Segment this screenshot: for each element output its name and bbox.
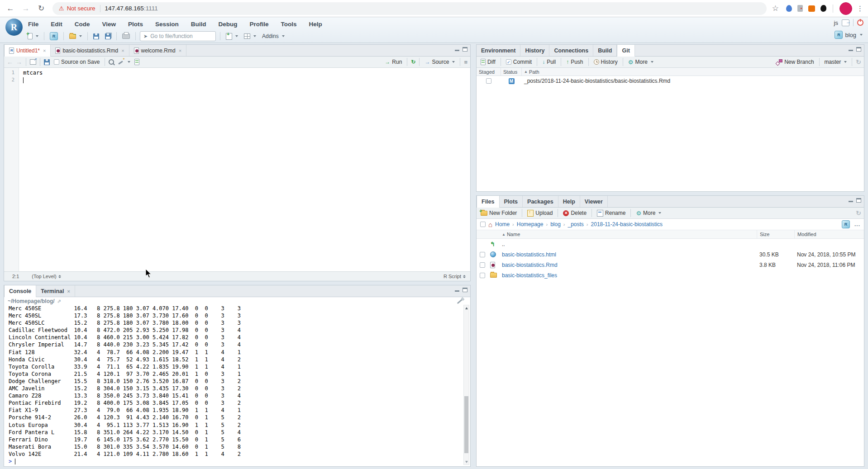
profile-avatar[interactable] [839, 2, 852, 15]
save-all-button[interactable] [104, 33, 112, 39]
breadcrumb-post-folder[interactable]: 2018-11-24-basic-biostatistics [591, 221, 663, 227]
tab-untitled1[interactable]: Untitled1* × [4, 45, 51, 57]
close-icon[interactable]: × [43, 48, 46, 53]
forward-icon[interactable]: → [20, 3, 32, 14]
pull-button[interactable]: ↓Pull [541, 59, 557, 65]
minimize-pane-icon[interactable] [849, 198, 854, 203]
column-name[interactable]: ▲ Name [502, 232, 757, 237]
tab-connections[interactable]: Connections [549, 45, 593, 56]
open-new-window-icon[interactable] [30, 59, 36, 65]
bookmark-star-icon[interactable]: ☆ [772, 4, 779, 13]
column-staged[interactable]: Staged [477, 68, 501, 76]
project-menu-button[interactable]: R blog [835, 31, 863, 39]
file-name-link[interactable]: basic-biostatistics_files [502, 272, 557, 279]
extension-icon[interactable] [808, 5, 815, 12]
file-checkbox[interactable] [480, 252, 485, 257]
maximize-pane-icon[interactable] [856, 198, 861, 203]
workspace-panes-button[interactable] [243, 33, 258, 39]
rerun-icon[interactable]: ↻ [411, 59, 415, 65]
tab-basic-biostatistics[interactable]: basic-biostatistics.Rmd × [51, 45, 129, 56]
column-path[interactable]: ▲ Path [522, 68, 864, 76]
file-checkbox[interactable] [480, 262, 485, 268]
select-all-checkbox[interactable] [480, 222, 486, 227]
new-branch-button[interactable]: New Branch [775, 59, 815, 65]
history-button[interactable]: History [592, 59, 619, 65]
find-replace-icon[interactable] [109, 59, 114, 65]
tab-files[interactable]: Files [477, 196, 500, 208]
new-project-button[interactable]: R [48, 32, 59, 40]
close-icon[interactable]: × [67, 289, 70, 294]
compile-report-icon[interactable] [134, 59, 139, 65]
console-prompt[interactable]: > [9, 458, 459, 465]
breadcrumb-home[interactable]: Home [495, 221, 510, 227]
delete-button[interactable]: ✕Delete [562, 210, 588, 216]
tab-history[interactable]: History [520, 45, 549, 56]
tab-environment[interactable]: Environment [477, 45, 520, 56]
checkbox[interactable] [54, 59, 59, 65]
more-columns-button[interactable]: ... [854, 221, 860, 227]
tab-plots[interactable]: Plots [500, 196, 523, 207]
branch-selector[interactable]: master [823, 59, 849, 65]
breadcrumb-blog[interactable]: blog [550, 221, 561, 227]
menu-profile[interactable]: Profile [250, 21, 269, 28]
column-modified[interactable]: Modified [794, 230, 864, 238]
menu-file[interactable]: File [28, 21, 38, 28]
tab-welcome[interactable]: welcome.Rmd × [129, 45, 186, 56]
nav-forward-icon[interactable]: → [16, 58, 22, 66]
tab-packages[interactable]: Packages [523, 196, 558, 207]
code-line[interactable]: mtcars [23, 69, 470, 76]
minimize-pane-icon[interactable] [849, 47, 854, 52]
file-name-link[interactable]: basic-biostatistics.html [502, 251, 556, 258]
breadcrumb-posts[interactable]: _posts [568, 221, 584, 227]
staged-checkbox[interactable] [486, 78, 491, 84]
home-icon[interactable]: ⌂ [488, 221, 492, 228]
maximize-pane-icon[interactable] [856, 47, 861, 52]
console-output[interactable]: Merc 450SE 16.4 8 275.8 180 3.07 4.070 1… [9, 305, 459, 466]
tab-build[interactable]: Build [593, 45, 617, 56]
addins-button[interactable]: Addins [261, 33, 286, 39]
menu-plots[interactable]: Plots [128, 21, 143, 28]
menu-build[interactable]: Build [191, 21, 206, 28]
goto-file-input[interactable]: ➤ Go to file/function [140, 31, 216, 41]
source-button[interactable]: →Source [423, 59, 456, 65]
document-outline-icon[interactable]: ≡ [464, 59, 467, 66]
tab-git[interactable]: Git [617, 45, 634, 57]
file-row-rmd[interactable]: basic-biostatistics.Rmd 3.8 KB Nov 24, 2… [477, 260, 864, 270]
menu-debug[interactable]: Debug [219, 21, 238, 28]
code-text[interactable]: mtcars [23, 69, 470, 84]
run-button[interactable]: →Run [383, 59, 403, 65]
menu-edit[interactable]: Edit [51, 21, 62, 28]
file-checkbox[interactable] [480, 273, 485, 278]
console-scrollbar[interactable] [463, 305, 469, 465]
scroll-up-icon[interactable] [464, 305, 469, 311]
browser-menu-icon[interactable]: ⋮ [857, 5, 863, 13]
file-name[interactable]: .. [502, 241, 757, 247]
column-status[interactable]: Status [501, 68, 522, 76]
sign-out-icon[interactable] [842, 19, 849, 26]
security-label[interactable]: Not secure [67, 5, 95, 12]
code-editor[interactable]: 1 2 mtcars [4, 68, 470, 272]
refresh-icon[interactable]: ↻ [856, 209, 861, 217]
tab-viewer[interactable]: Viewer [580, 196, 608, 207]
extension-icon[interactable] [786, 5, 792, 12]
close-icon[interactable]: × [179, 48, 181, 53]
scroll-down-icon[interactable] [464, 459, 469, 464]
rename-button[interactable]: Rename [596, 210, 627, 217]
column-size[interactable]: Size [757, 230, 794, 238]
save-button[interactable] [92, 33, 100, 39]
file-name-link[interactable]: basic-biostatistics.Rmd [502, 262, 558, 268]
save-icon[interactable] [44, 59, 50, 65]
menu-code[interactable]: Code [75, 21, 90, 28]
more-button[interactable]: ⚙More [627, 59, 655, 66]
new-folder-button[interactable]: New Folder [479, 210, 518, 216]
maximize-pane-icon[interactable] [463, 47, 467, 52]
scrollbar-thumb[interactable] [464, 396, 468, 454]
print-button[interactable] [121, 33, 131, 39]
clear-console-icon[interactable] [457, 298, 463, 303]
new-file-button[interactable] [26, 33, 40, 39]
nav-back-icon[interactable]: ← [7, 58, 13, 66]
push-button[interactable]: ↑Push [565, 59, 584, 65]
goto-directory-icon[interactable]: ⇗ [57, 298, 61, 304]
breadcrumb-homepage[interactable]: Homepage [517, 221, 544, 227]
quit-session-icon[interactable] [857, 19, 863, 26]
